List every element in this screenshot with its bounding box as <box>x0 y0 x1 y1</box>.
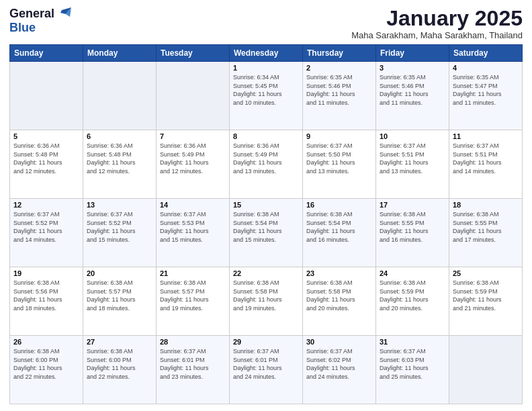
day-number: 6 <box>87 132 152 140</box>
day-cell: 3Sunrise: 6:35 AM Sunset: 5:46 PM Daylig… <box>376 62 449 130</box>
day-cell <box>449 336 523 404</box>
day-cell: 14Sunrise: 6:37 AM Sunset: 5:53 PM Dayli… <box>157 199 230 267</box>
day-number: 8 <box>233 132 299 140</box>
day-info: Sunrise: 6:38 AM Sunset: 5:55 PM Dayligh… <box>453 210 519 244</box>
day-number: 12 <box>13 201 79 209</box>
day-cell: 25Sunrise: 6:38 AM Sunset: 5:59 PM Dayli… <box>449 267 523 336</box>
page: General Blue January 2025 Maha Sarakham,… <box>0 0 532 411</box>
day-number: 24 <box>380 269 445 277</box>
day-number: 23 <box>306 269 372 277</box>
day-cell <box>83 62 157 130</box>
day-cell: 30Sunrise: 6:37 AM Sunset: 6:02 PM Dayli… <box>303 336 376 404</box>
day-info: Sunrise: 6:38 AM Sunset: 5:56 PM Dayligh… <box>13 279 79 312</box>
header: General Blue January 2025 Maha Sarakham,… <box>9 7 523 40</box>
day-cell: 7Sunrise: 6:36 AM Sunset: 5:49 PM Daylig… <box>157 130 230 199</box>
day-number: 16 <box>306 201 372 209</box>
logo-blue: Blue <box>9 21 36 35</box>
calendar-table: Sunday Monday Tuesday Wednesday Thursday… <box>9 44 523 404</box>
day-number: 2 <box>306 64 372 72</box>
col-friday: Friday <box>376 45 449 62</box>
day-number: 9 <box>306 132 372 140</box>
day-info: Sunrise: 6:37 AM Sunset: 5:51 PM Dayligh… <box>380 142 445 175</box>
day-info: Sunrise: 6:38 AM Sunset: 5:54 PM Dayligh… <box>306 210 372 244</box>
day-cell: 9Sunrise: 6:37 AM Sunset: 5:50 PM Daylig… <box>303 130 376 199</box>
day-cell: 17Sunrise: 6:38 AM Sunset: 5:55 PM Dayli… <box>376 199 449 267</box>
day-cell: 24Sunrise: 6:38 AM Sunset: 5:59 PM Dayli… <box>376 267 449 336</box>
day-cell: 20Sunrise: 6:38 AM Sunset: 5:57 PM Dayli… <box>83 267 157 336</box>
day-number: 5 <box>13 132 79 140</box>
day-info: Sunrise: 6:35 AM Sunset: 5:46 PM Dayligh… <box>380 73 445 107</box>
day-number: 4 <box>453 64 519 72</box>
day-cell: 15Sunrise: 6:38 AM Sunset: 5:54 PM Dayli… <box>230 199 303 267</box>
day-info: Sunrise: 6:38 AM Sunset: 5:55 PM Dayligh… <box>380 210 445 244</box>
calendar-body: 1Sunrise: 6:34 AM Sunset: 5:45 PM Daylig… <box>10 62 523 404</box>
day-cell: 5Sunrise: 6:36 AM Sunset: 5:48 PM Daylig… <box>10 130 83 199</box>
day-cell: 11Sunrise: 6:37 AM Sunset: 5:51 PM Dayli… <box>449 130 523 199</box>
day-number: 20 <box>87 269 152 277</box>
week-row-3: 12Sunrise: 6:37 AM Sunset: 5:52 PM Dayli… <box>10 199 523 267</box>
day-info: Sunrise: 6:37 AM Sunset: 6:01 PM Dayligh… <box>233 347 299 381</box>
logo-text: General <box>9 7 72 21</box>
day-info: Sunrise: 6:38 AM Sunset: 6:00 PM Dayligh… <box>87 347 152 381</box>
day-info: Sunrise: 6:37 AM Sunset: 5:52 PM Dayligh… <box>87 210 152 244</box>
day-cell: 29Sunrise: 6:37 AM Sunset: 6:01 PM Dayli… <box>230 336 303 404</box>
day-info: Sunrise: 6:37 AM Sunset: 6:01 PM Dayligh… <box>160 347 226 381</box>
day-info: Sunrise: 6:36 AM Sunset: 5:49 PM Dayligh… <box>160 142 226 175</box>
header-row: Sunday Monday Tuesday Wednesday Thursday… <box>10 45 523 62</box>
day-info: Sunrise: 6:37 AM Sunset: 6:03 PM Dayligh… <box>380 347 445 381</box>
day-number: 13 <box>87 201 152 209</box>
day-cell: 28Sunrise: 6:37 AM Sunset: 6:01 PM Dayli… <box>157 336 230 404</box>
day-info: Sunrise: 6:37 AM Sunset: 5:53 PM Dayligh… <box>160 210 226 244</box>
day-info: Sunrise: 6:37 AM Sunset: 5:51 PM Dayligh… <box>453 142 519 175</box>
title-area: January 2025 Maha Sarakham, Maha Sarakha… <box>351 7 523 40</box>
day-cell: 6Sunrise: 6:36 AM Sunset: 5:48 PM Daylig… <box>83 130 157 199</box>
col-sunday: Sunday <box>10 45 83 62</box>
col-thursday: Thursday <box>303 45 376 62</box>
day-cell <box>157 62 230 130</box>
day-cell: 16Sunrise: 6:38 AM Sunset: 5:54 PM Dayli… <box>303 199 376 267</box>
logo-area: General Blue <box>9 7 72 35</box>
day-info: Sunrise: 6:35 AM Sunset: 5:46 PM Dayligh… <box>306 73 372 107</box>
day-info: Sunrise: 6:38 AM Sunset: 5:54 PM Dayligh… <box>233 210 299 244</box>
day-number: 31 <box>380 338 445 346</box>
day-number: 26 <box>13 338 79 346</box>
day-cell: 13Sunrise: 6:37 AM Sunset: 5:52 PM Dayli… <box>83 199 157 267</box>
day-number: 14 <box>160 201 226 209</box>
day-info: Sunrise: 6:37 AM Sunset: 5:52 PM Dayligh… <box>13 210 79 244</box>
day-info: Sunrise: 6:38 AM Sunset: 5:57 PM Dayligh… <box>160 279 226 312</box>
day-cell: 23Sunrise: 6:38 AM Sunset: 5:58 PM Dayli… <box>303 267 376 336</box>
week-row-1: 1Sunrise: 6:34 AM Sunset: 5:45 PM Daylig… <box>10 62 523 130</box>
day-number: 22 <box>233 269 299 277</box>
day-info: Sunrise: 6:38 AM Sunset: 5:58 PM Dayligh… <box>233 279 299 312</box>
day-number: 1 <box>233 64 299 72</box>
logo-bird-icon <box>56 7 71 21</box>
col-saturday: Saturday <box>449 45 523 62</box>
day-cell: 27Sunrise: 6:38 AM Sunset: 6:00 PM Dayli… <box>83 336 157 404</box>
logo-general: General <box>9 7 54 21</box>
day-number: 11 <box>453 132 519 140</box>
day-info: Sunrise: 6:36 AM Sunset: 5:48 PM Dayligh… <box>87 142 152 175</box>
day-cell: 21Sunrise: 6:38 AM Sunset: 5:57 PM Dayli… <box>157 267 230 336</box>
subtitle: Maha Sarakham, Maha Sarakham, Thailand <box>351 30 523 40</box>
day-cell: 4Sunrise: 6:35 AM Sunset: 5:47 PM Daylig… <box>449 62 523 130</box>
month-title: January 2025 <box>351 7 523 30</box>
day-info: Sunrise: 6:36 AM Sunset: 5:49 PM Dayligh… <box>233 142 299 175</box>
day-cell: 8Sunrise: 6:36 AM Sunset: 5:49 PM Daylig… <box>230 130 303 199</box>
day-number: 29 <box>233 338 299 346</box>
day-info: Sunrise: 6:38 AM Sunset: 5:57 PM Dayligh… <box>87 279 152 312</box>
day-cell: 22Sunrise: 6:38 AM Sunset: 5:58 PM Dayli… <box>230 267 303 336</box>
week-row-5: 26Sunrise: 6:38 AM Sunset: 6:00 PM Dayli… <box>10 336 523 404</box>
day-number: 18 <box>453 201 519 209</box>
day-info: Sunrise: 6:38 AM Sunset: 5:59 PM Dayligh… <box>453 279 519 312</box>
day-info: Sunrise: 6:36 AM Sunset: 5:48 PM Dayligh… <box>13 142 79 175</box>
day-info: Sunrise: 6:37 AM Sunset: 5:50 PM Dayligh… <box>306 142 372 175</box>
col-wednesday: Wednesday <box>230 45 303 62</box>
day-cell <box>10 62 83 130</box>
day-number: 3 <box>380 64 445 72</box>
day-cell: 18Sunrise: 6:38 AM Sunset: 5:55 PM Dayli… <box>449 199 523 267</box>
day-number: 10 <box>380 132 445 140</box>
day-cell: 1Sunrise: 6:34 AM Sunset: 5:45 PM Daylig… <box>230 62 303 130</box>
day-cell: 12Sunrise: 6:37 AM Sunset: 5:52 PM Dayli… <box>10 199 83 267</box>
day-cell: 19Sunrise: 6:38 AM Sunset: 5:56 PM Dayli… <box>10 267 83 336</box>
day-number: 28 <box>160 338 226 346</box>
